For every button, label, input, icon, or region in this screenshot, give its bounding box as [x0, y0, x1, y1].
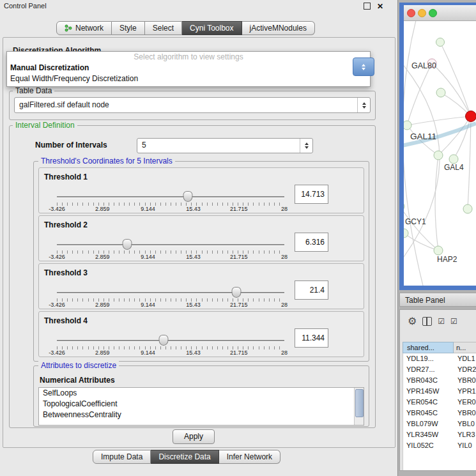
- tab-cyni-toolbox-label: Cyni Toolbox: [190, 21, 233, 35]
- network-canvas[interactable]: GAL80 GAL11 GAL4 GCY1 HAP2: [404, 21, 476, 286]
- threshold-4-label: Threshold 4: [44, 316, 88, 325]
- tab-impute-data-label: Impute Data: [101, 450, 142, 464]
- threshold-2-value-field[interactable]: 6.316: [295, 233, 328, 252]
- tab-select-label: Select: [153, 21, 174, 35]
- screen: Control Panel ✕ Network Style Select Cyn…: [0, 0, 476, 476]
- table-body: YDL19... YDL1 YDR27... YDR2 YBR043C YBR0…: [403, 353, 476, 451]
- scale-label: 28: [281, 254, 288, 260]
- select-checkbox-icon[interactable]: ☑: [450, 318, 457, 325]
- table-row[interactable]: YBR043C YBR0: [403, 375, 476, 386]
- tab-cyni-toolbox[interactable]: Cyni Toolbox: [182, 21, 242, 35]
- table-row[interactable]: YBL079W YBL0: [403, 418, 476, 429]
- network-node[interactable]: [436, 38, 445, 47]
- table-row[interactable]: YER054C YER0: [403, 397, 476, 408]
- attributes-group-title: Attributes to discretize: [38, 361, 119, 370]
- combo-spinner-icon[interactable]: [357, 98, 370, 112]
- gear-icon[interactable]: ⚙: [408, 316, 417, 326]
- cell-shared-name: YLR345W: [403, 429, 455, 440]
- dropdown-option-equal-width-frequency[interactable]: Equal Width/Frequency Discretization: [7, 73, 370, 84]
- table-row[interactable]: YBR045C YBR0: [403, 408, 476, 418]
- scale-label: -3.426: [49, 206, 65, 212]
- network-node[interactable]: [449, 155, 458, 164]
- window-title: Control Panel: [4, 0, 47, 12]
- cell-shared-name: YER054C: [403, 397, 455, 408]
- cell-shared-name: YBR045C: [403, 408, 455, 418]
- slider-track[interactable]: [57, 244, 284, 245]
- tab-infer-network[interactable]: Infer Network: [219, 450, 280, 464]
- list-item[interactable]: BetweennessCentrality: [39, 410, 364, 420]
- cell-shared-name: YPR145W: [403, 386, 455, 397]
- columns-icon[interactable]: [422, 317, 432, 326]
- slider-scale: -3.426 2.859 9.144 15.43 21.715 28: [57, 302, 284, 308]
- network-window-titlebar[interactable]: [404, 5, 476, 21]
- threshold-3-value-field[interactable]: 21.4: [295, 280, 328, 300]
- close-icon[interactable]: ✕: [377, 1, 383, 12]
- table-row[interactable]: YLR345W YLR3: [403, 429, 476, 440]
- apply-button[interactable]: Apply: [173, 429, 215, 444]
- algorithm-combobox-spinner[interactable]: [353, 58, 374, 76]
- tab-network[interactable]: Network: [56, 21, 112, 35]
- cell-name: YBR0: [455, 375, 476, 386]
- cell-name: YLR3: [455, 429, 476, 440]
- list-item[interactable]: SelfLoops: [39, 388, 364, 399]
- threshold-4-slider[interactable]: [57, 335, 284, 345]
- scrollbar-thumb[interactable]: [355, 389, 364, 417]
- scale-label: 21.715: [230, 302, 248, 308]
- threshold-3-slider[interactable]: [57, 287, 284, 297]
- threshold-3-slider-thumb[interactable]: [232, 287, 242, 298]
- network-node[interactable]: [404, 121, 411, 130]
- table-row[interactable]: YPR145W YPR1: [403, 386, 476, 397]
- combo-spinner-icon[interactable]: [300, 139, 312, 153]
- slider-track[interactable]: [57, 292, 284, 293]
- threshold-1-box: Threshold 1 -3.426 2.859 9.144 15.43 21.…: [38, 167, 364, 213]
- column-header-name[interactable]: n...: [454, 342, 476, 353]
- table-row[interactable]: YIL052C YIL0: [403, 440, 476, 451]
- threshold-2-slider-thumb[interactable]: [123, 239, 132, 250]
- slider-scale: -3.426 2.859 9.144 15.43 21.715 28: [57, 254, 284, 260]
- slider-track[interactable]: [57, 340, 284, 341]
- scale-label: -3.426: [49, 349, 65, 356]
- table-row[interactable]: YDR27... YDR2: [403, 364, 476, 375]
- network-node[interactable]: [434, 246, 443, 255]
- zoom-traffic-light-icon[interactable]: [429, 9, 437, 17]
- node-label: GAL11: [410, 132, 436, 141]
- threshold-1-slider-thumb[interactable]: [183, 191, 193, 202]
- scale-label: 2.859: [95, 206, 110, 212]
- selected-network-node[interactable]: [466, 111, 476, 122]
- table-row[interactable]: YDL19... YDL1: [403, 353, 476, 364]
- select-all-checkbox-icon[interactable]: ☑: [438, 318, 445, 325]
- column-header-shared-name[interactable]: shared...: [403, 342, 454, 353]
- network-node[interactable]: [404, 229, 408, 238]
- tab-select[interactable]: Select: [145, 21, 182, 35]
- table-panel-titlebar[interactable]: Table Panel: [399, 293, 476, 307]
- threshold-4-value-field[interactable]: 11.344: [295, 328, 328, 348]
- cell-name: YPR1: [455, 386, 476, 397]
- threshold-4-slider-thumb[interactable]: [159, 335, 169, 346]
- threshold-3-label: Threshold 3: [44, 268, 88, 277]
- cell-shared-name: YIL052C: [403, 440, 455, 451]
- threshold-2-slider[interactable]: [57, 239, 284, 249]
- tab-style[interactable]: Style: [112, 21, 145, 35]
- threshold-1-value-field[interactable]: 14.713: [295, 185, 328, 204]
- list-scrollbar[interactable]: [354, 388, 364, 425]
- tab-jactivemnodules[interactable]: jActiveMNodules: [242, 21, 315, 35]
- minimize-traffic-light-icon[interactable]: [418, 9, 426, 17]
- network-node[interactable]: [434, 151, 443, 160]
- cell-shared-name: YBR043C: [403, 375, 455, 386]
- tab-discretize-data[interactable]: Discretize Data: [151, 450, 219, 464]
- network-node[interactable]: [463, 204, 472, 213]
- tab-impute-data[interactable]: Impute Data: [93, 450, 151, 464]
- close-traffic-light-icon[interactable]: [407, 9, 415, 17]
- slider-track[interactable]: [57, 196, 284, 197]
- dropdown-option-manual-discretization[interactable]: Manual Discretization: [7, 63, 370, 73]
- threshold-1-slider[interactable]: [57, 191, 284, 201]
- node-table: shared... n... YDL19... YDL1 YDR27... YD…: [403, 342, 476, 470]
- network-node[interactable]: [404, 202, 404, 211]
- float-icon[interactable]: [364, 3, 371, 10]
- number-of-intervals-combobox[interactable]: 5: [137, 138, 313, 153]
- scale-label: 15.43: [186, 302, 201, 308]
- network-node[interactable]: [436, 88, 445, 97]
- list-item[interactable]: TopologicalCoefficient: [39, 399, 364, 410]
- scale-label: 28: [281, 206, 288, 212]
- table-data-combobox[interactable]: galFiltered.sif default node: [14, 97, 371, 113]
